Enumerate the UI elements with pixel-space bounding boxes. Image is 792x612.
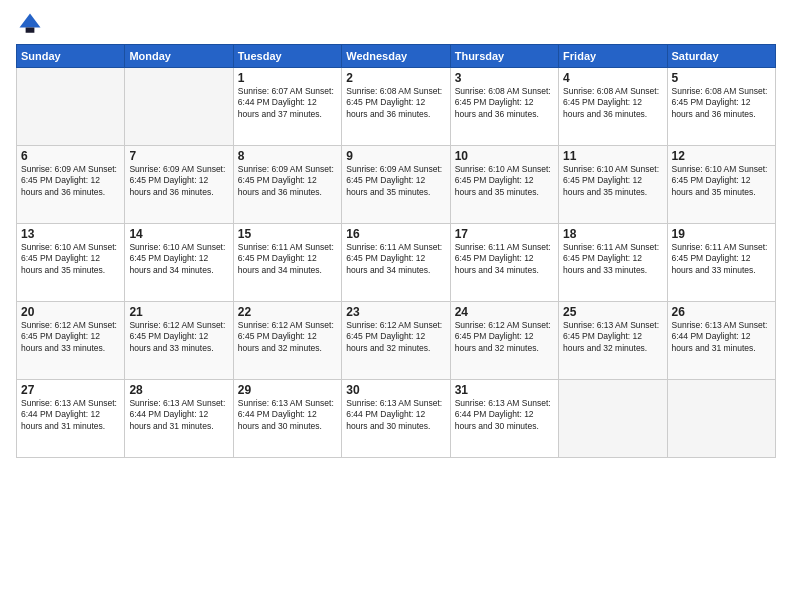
day-info: Sunrise: 6:08 AM Sunset: 6:45 PM Dayligh… (672, 86, 771, 120)
day-number: 9 (346, 149, 445, 163)
calendar-cell (559, 380, 667, 458)
calendar-cell: 21Sunrise: 6:12 AM Sunset: 6:45 PM Dayli… (125, 302, 233, 380)
calendar-cell: 14Sunrise: 6:10 AM Sunset: 6:45 PM Dayli… (125, 224, 233, 302)
calendar-cell (17, 68, 125, 146)
day-info: Sunrise: 6:08 AM Sunset: 6:45 PM Dayligh… (455, 86, 554, 120)
day-info: Sunrise: 6:10 AM Sunset: 6:45 PM Dayligh… (563, 164, 662, 198)
svg-rect-1 (26, 28, 35, 33)
calendar-header-wednesday: Wednesday (342, 45, 450, 68)
day-info: Sunrise: 6:12 AM Sunset: 6:45 PM Dayligh… (455, 320, 554, 354)
day-number: 5 (672, 71, 771, 85)
calendar-week-5: 27Sunrise: 6:13 AM Sunset: 6:44 PM Dayli… (17, 380, 776, 458)
day-info: Sunrise: 6:13 AM Sunset: 6:44 PM Dayligh… (455, 398, 554, 432)
day-info: Sunrise: 6:12 AM Sunset: 6:45 PM Dayligh… (238, 320, 337, 354)
day-number: 7 (129, 149, 228, 163)
day-info: Sunrise: 6:12 AM Sunset: 6:45 PM Dayligh… (346, 320, 445, 354)
day-info: Sunrise: 6:07 AM Sunset: 6:44 PM Dayligh… (238, 86, 337, 120)
day-info: Sunrise: 6:11 AM Sunset: 6:45 PM Dayligh… (238, 242, 337, 276)
calendar-header-monday: Monday (125, 45, 233, 68)
day-info: Sunrise: 6:13 AM Sunset: 6:45 PM Dayligh… (563, 320, 662, 354)
day-info: Sunrise: 6:13 AM Sunset: 6:44 PM Dayligh… (672, 320, 771, 354)
calendar-cell: 4Sunrise: 6:08 AM Sunset: 6:45 PM Daylig… (559, 68, 667, 146)
calendar-cell: 16Sunrise: 6:11 AM Sunset: 6:45 PM Dayli… (342, 224, 450, 302)
day-number: 6 (21, 149, 120, 163)
day-info: Sunrise: 6:10 AM Sunset: 6:45 PM Dayligh… (129, 242, 228, 276)
calendar-cell: 1Sunrise: 6:07 AM Sunset: 6:44 PM Daylig… (233, 68, 341, 146)
calendar-week-4: 20Sunrise: 6:12 AM Sunset: 6:45 PM Dayli… (17, 302, 776, 380)
day-number: 24 (455, 305, 554, 319)
day-info: Sunrise: 6:13 AM Sunset: 6:44 PM Dayligh… (129, 398, 228, 432)
calendar-cell: 23Sunrise: 6:12 AM Sunset: 6:45 PM Dayli… (342, 302, 450, 380)
calendar-header-saturday: Saturday (667, 45, 775, 68)
calendar-cell: 8Sunrise: 6:09 AM Sunset: 6:45 PM Daylig… (233, 146, 341, 224)
logo-icon (16, 10, 44, 38)
day-number: 27 (21, 383, 120, 397)
calendar-cell: 31Sunrise: 6:13 AM Sunset: 6:44 PM Dayli… (450, 380, 558, 458)
day-number: 18 (563, 227, 662, 241)
day-number: 30 (346, 383, 445, 397)
day-number: 26 (672, 305, 771, 319)
day-number: 10 (455, 149, 554, 163)
calendar-cell: 17Sunrise: 6:11 AM Sunset: 6:45 PM Dayli… (450, 224, 558, 302)
calendar-cell: 10Sunrise: 6:10 AM Sunset: 6:45 PM Dayli… (450, 146, 558, 224)
calendar-header-row: SundayMondayTuesdayWednesdayThursdayFrid… (17, 45, 776, 68)
calendar-cell: 13Sunrise: 6:10 AM Sunset: 6:45 PM Dayli… (17, 224, 125, 302)
day-number: 12 (672, 149, 771, 163)
calendar-cell (667, 380, 775, 458)
day-info: Sunrise: 6:11 AM Sunset: 6:45 PM Dayligh… (672, 242, 771, 276)
calendar-cell: 19Sunrise: 6:11 AM Sunset: 6:45 PM Dayli… (667, 224, 775, 302)
day-info: Sunrise: 6:08 AM Sunset: 6:45 PM Dayligh… (346, 86, 445, 120)
calendar-week-2: 6Sunrise: 6:09 AM Sunset: 6:45 PM Daylig… (17, 146, 776, 224)
calendar-cell: 20Sunrise: 6:12 AM Sunset: 6:45 PM Dayli… (17, 302, 125, 380)
day-info: Sunrise: 6:09 AM Sunset: 6:45 PM Dayligh… (21, 164, 120, 198)
day-number: 29 (238, 383, 337, 397)
day-number: 28 (129, 383, 228, 397)
day-number: 20 (21, 305, 120, 319)
calendar: SundayMondayTuesdayWednesdayThursdayFrid… (16, 44, 776, 458)
day-info: Sunrise: 6:11 AM Sunset: 6:45 PM Dayligh… (563, 242, 662, 276)
calendar-header-thursday: Thursday (450, 45, 558, 68)
day-info: Sunrise: 6:10 AM Sunset: 6:45 PM Dayligh… (21, 242, 120, 276)
calendar-week-3: 13Sunrise: 6:10 AM Sunset: 6:45 PM Dayli… (17, 224, 776, 302)
calendar-cell: 7Sunrise: 6:09 AM Sunset: 6:45 PM Daylig… (125, 146, 233, 224)
day-info: Sunrise: 6:13 AM Sunset: 6:44 PM Dayligh… (238, 398, 337, 432)
day-number: 1 (238, 71, 337, 85)
day-number: 8 (238, 149, 337, 163)
page: SundayMondayTuesdayWednesdayThursdayFrid… (0, 0, 792, 612)
day-number: 17 (455, 227, 554, 241)
day-info: Sunrise: 6:09 AM Sunset: 6:45 PM Dayligh… (238, 164, 337, 198)
calendar-cell: 15Sunrise: 6:11 AM Sunset: 6:45 PM Dayli… (233, 224, 341, 302)
day-info: Sunrise: 6:11 AM Sunset: 6:45 PM Dayligh… (346, 242, 445, 276)
day-number: 4 (563, 71, 662, 85)
calendar-cell: 26Sunrise: 6:13 AM Sunset: 6:44 PM Dayli… (667, 302, 775, 380)
calendar-week-1: 1Sunrise: 6:07 AM Sunset: 6:44 PM Daylig… (17, 68, 776, 146)
calendar-header-friday: Friday (559, 45, 667, 68)
calendar-cell: 30Sunrise: 6:13 AM Sunset: 6:44 PM Dayli… (342, 380, 450, 458)
logo (16, 10, 46, 38)
day-info: Sunrise: 6:12 AM Sunset: 6:45 PM Dayligh… (21, 320, 120, 354)
day-number: 19 (672, 227, 771, 241)
day-number: 3 (455, 71, 554, 85)
day-number: 22 (238, 305, 337, 319)
day-info: Sunrise: 6:08 AM Sunset: 6:45 PM Dayligh… (563, 86, 662, 120)
day-number: 13 (21, 227, 120, 241)
day-number: 31 (455, 383, 554, 397)
calendar-cell: 22Sunrise: 6:12 AM Sunset: 6:45 PM Dayli… (233, 302, 341, 380)
day-info: Sunrise: 6:12 AM Sunset: 6:45 PM Dayligh… (129, 320, 228, 354)
calendar-cell: 6Sunrise: 6:09 AM Sunset: 6:45 PM Daylig… (17, 146, 125, 224)
day-number: 21 (129, 305, 228, 319)
calendar-cell: 11Sunrise: 6:10 AM Sunset: 6:45 PM Dayli… (559, 146, 667, 224)
calendar-cell: 24Sunrise: 6:12 AM Sunset: 6:45 PM Dayli… (450, 302, 558, 380)
calendar-cell: 5Sunrise: 6:08 AM Sunset: 6:45 PM Daylig… (667, 68, 775, 146)
header (16, 10, 776, 38)
calendar-cell: 3Sunrise: 6:08 AM Sunset: 6:45 PM Daylig… (450, 68, 558, 146)
day-number: 25 (563, 305, 662, 319)
day-info: Sunrise: 6:11 AM Sunset: 6:45 PM Dayligh… (455, 242, 554, 276)
day-number: 11 (563, 149, 662, 163)
day-number: 2 (346, 71, 445, 85)
day-number: 14 (129, 227, 228, 241)
calendar-cell: 12Sunrise: 6:10 AM Sunset: 6:45 PM Dayli… (667, 146, 775, 224)
calendar-cell: 28Sunrise: 6:13 AM Sunset: 6:44 PM Dayli… (125, 380, 233, 458)
calendar-cell: 27Sunrise: 6:13 AM Sunset: 6:44 PM Dayli… (17, 380, 125, 458)
svg-marker-0 (20, 14, 41, 28)
